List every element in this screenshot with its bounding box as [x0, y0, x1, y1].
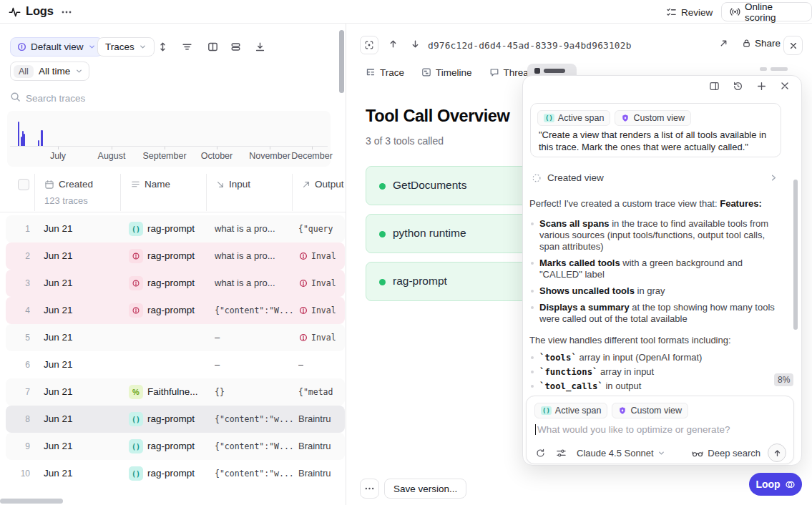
format-item: `functions` array in input: [529, 366, 783, 378]
row-input: what is a pro...: [215, 215, 298, 242]
chevron-right-icon: [769, 173, 778, 182]
row-name: rag-prompt: [147, 242, 210, 270]
row-input: –: [215, 324, 298, 351]
scope-chip: All: [14, 65, 34, 78]
new-chat-plus-icon[interactable]: [756, 81, 768, 92]
view-selector[interactable]: Default view: [10, 37, 103, 57]
table-row[interactable]: 10Jun 21()rag-prompt{"content":"w...Brai…: [6, 460, 345, 487]
table-row[interactable]: 9Jun 21()rag-prompt{"content":"W...Brain…: [6, 433, 345, 460]
model-selector[interactable]: Claude 4.5 Sonnet: [577, 448, 665, 459]
broadcast-icon: [730, 6, 740, 17]
ai-assistant-panel: ()Active spanCustom view "Create a view …: [522, 75, 802, 466]
table-row[interactable]: 3Jun 21rag-promptwhat is a pro...Inval: [6, 270, 345, 297]
next-trace-arrow-icon[interactable]: [410, 39, 421, 49]
trace-table-body: 1Jun 21()rag-promptwhat is a pro...{"que…: [0, 215, 346, 487]
context-chip-active-span[interactable]: ()Active span: [537, 110, 610, 126]
month-label: November: [249, 151, 290, 161]
called-dot-icon: [379, 279, 386, 285]
feature-item: Shows uncalled tools in gray: [529, 285, 783, 297]
column-name[interactable]: Name: [131, 179, 170, 190]
context-chip-active-span[interactable]: ()Active span: [534, 403, 607, 418]
row-number: 4: [16, 297, 30, 324]
row-name: rag-prompt: [147, 270, 210, 297]
open-external-icon[interactable]: [719, 39, 728, 48]
online-scoring-button[interactable]: Online scoring: [721, 2, 812, 21]
download-icon[interactable]: [255, 41, 266, 53]
row-output: Inval: [298, 242, 346, 270]
timeline-tab-icon: [421, 67, 431, 77]
close-panel-button[interactable]: [783, 36, 803, 55]
column-created[interactable]: Created: [44, 179, 93, 190]
month-label: October: [201, 151, 233, 161]
close-assistant-icon[interactable]: [780, 81, 791, 92]
split-columns-icon[interactable]: [207, 41, 219, 53]
histogram-bar: [24, 134, 26, 146]
vertical-scrollbar[interactable]: [339, 30, 344, 93]
row-number: 6: [16, 351, 30, 378]
close-icon: [789, 41, 798, 50]
row-name: Faithfulne...: [147, 378, 210, 406]
context-chip-custom-view[interactable]: Custom view: [615, 110, 691, 126]
search-input[interactable]: [26, 89, 326, 107]
error-icon: [129, 276, 143, 290]
row-height-icon[interactable]: [157, 41, 169, 53]
histogram-bar: [41, 130, 43, 146]
table-row[interactable]: 6Jun 21––: [6, 351, 345, 378]
table-row[interactable]: 1Jun 21()rag-promptwhat is a pro...{"que…: [6, 215, 345, 242]
tool-list: GetDocumentspython runtimerag-prompt: [366, 166, 532, 310]
month-label: August: [98, 151, 126, 161]
table-header: Created 123 traces Name Input Output: [0, 175, 346, 212]
review-button[interactable]: Review: [666, 4, 713, 21]
row-created: Jun 21: [44, 406, 73, 433]
tool-card: rag-prompt: [366, 262, 532, 301]
table-row[interactable]: 5Jun 21–Inval: [6, 324, 345, 351]
assistant-message: Perfect! I've created a custom trace vie…: [523, 189, 793, 396]
month-label: July: [50, 151, 66, 161]
assistant-prompt-input[interactable]: [537, 423, 781, 436]
prev-trace-arrow-icon[interactable]: [388, 39, 398, 49]
filter-icon[interactable]: [182, 41, 193, 53]
row-created: Jun 21: [44, 270, 73, 297]
tab-trace[interactable]: Trace: [366, 64, 404, 80]
table-row[interactable]: 4Jun 21rag-prompt{"content":"W...Inval: [6, 297, 345, 324]
table-row[interactable]: 8Jun 21()rag-prompt{"content":"w...Brain…: [6, 406, 345, 433]
side-panel-icon[interactable]: [709, 81, 720, 92]
horizontal-scrollbar[interactable]: [0, 499, 63, 504]
deep-search-toggle[interactable]: Deep search: [692, 448, 760, 459]
column-output[interactable]: Output: [302, 179, 344, 190]
footer-more-button[interactable]: [360, 479, 379, 499]
table-row[interactable]: 2Jun 21rag-promptwhat is a pro...Inval: [6, 242, 345, 270]
history-icon[interactable]: [733, 81, 744, 92]
focus-span-button[interactable]: [360, 36, 378, 54]
tab-timeline[interactable]: Timeline: [421, 64, 472, 80]
chevron-down-icon: [139, 43, 147, 51]
settings-sliders-icon[interactable]: [556, 448, 567, 459]
rows-density-icon[interactable]: [230, 41, 242, 53]
column-input[interactable]: Input: [216, 179, 250, 190]
function-icon: (): [541, 406, 552, 415]
row-output: –: [298, 351, 346, 378]
row-input: {}: [215, 378, 298, 406]
row-created: Jun 21: [44, 215, 73, 242]
time-filter[interactable]: All All time: [10, 62, 89, 81]
more-menu-icon[interactable]: [60, 6, 73, 18]
share-button[interactable]: Share: [742, 38, 781, 49]
row-number: 10: [16, 460, 30, 487]
created-view-expander[interactable]: Created view: [532, 171, 778, 185]
page-title: Logs: [26, 4, 54, 18]
assistant-scrollbar[interactable]: [793, 180, 798, 330]
table-row[interactable]: 7Jun 21%Faithfulne...{}{"metad: [6, 378, 345, 406]
assistant-composer: ()Active spanCustom view Claude 4.5 Sonn…: [526, 396, 794, 464]
reset-icon[interactable]: [535, 448, 546, 459]
shield-icon: [618, 406, 627, 416]
loop-button[interactable]: Loop: [749, 473, 802, 496]
send-button[interactable]: [768, 443, 786, 462]
save-version-button[interactable]: Save version...: [384, 479, 466, 499]
context-chip-custom-view[interactable]: Custom view: [612, 403, 688, 418]
row-output: Braintru: [298, 460, 346, 487]
select-all-checkbox[interactable]: [18, 179, 29, 190]
score-icon: %: [129, 385, 143, 399]
traces-mode-dropdown[interactable]: Traces: [97, 37, 155, 57]
loop-circles-icon: [785, 479, 796, 490]
traces-histogram[interactable]: JulyAugustSeptemberOctoberNovemberDecemb…: [7, 111, 331, 167]
